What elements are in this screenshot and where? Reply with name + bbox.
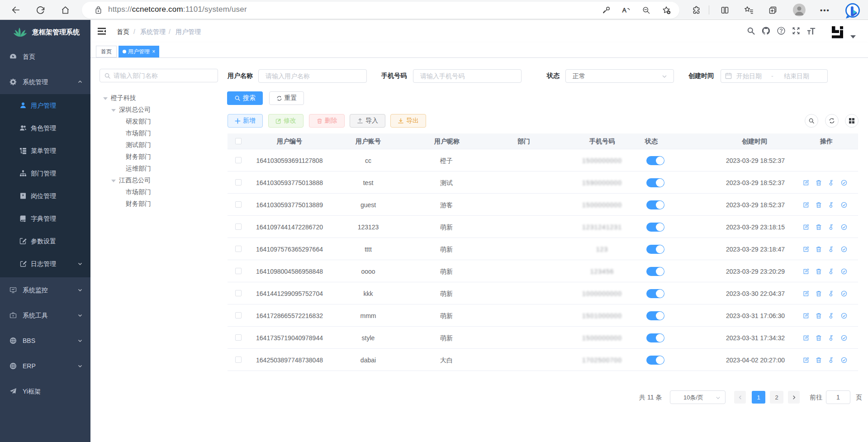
svg-text:A: A	[622, 7, 626, 14]
